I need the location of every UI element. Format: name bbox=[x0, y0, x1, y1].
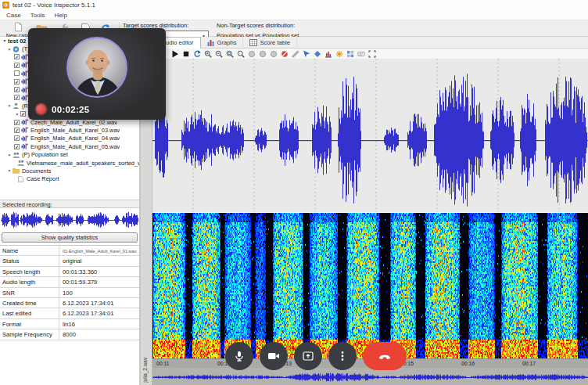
checkbox[interactable] bbox=[14, 70, 20, 76]
play-icon[interactable] bbox=[170, 49, 180, 58]
stats-label: Status bbox=[0, 256, 59, 265]
checkbox[interactable]: ✓ bbox=[14, 144, 20, 149]
tree-item-label: Case Report bbox=[27, 175, 59, 182]
spectrogram-display[interactable] bbox=[152, 213, 588, 358]
app-icon bbox=[2, 2, 9, 9]
stats-value: lin16 bbox=[59, 319, 139, 329]
menu-help[interactable]: Help bbox=[49, 12, 71, 19]
expander-icon[interactable]: ▾ bbox=[2, 38, 8, 44]
stats-label: Audio length bbox=[0, 277, 59, 286]
wav-icon bbox=[21, 119, 29, 125]
stats-row: Audio length00:01:59.379 bbox=[0, 277, 139, 287]
recording-status: 00:02:25 bbox=[36, 104, 89, 114]
checkbox[interactable]: ✓ bbox=[14, 135, 20, 141]
stop-icon[interactable] bbox=[181, 49, 191, 58]
stats-row: SNR100 bbox=[0, 288, 139, 298]
checkbox[interactable]: ✓ bbox=[14, 54, 20, 59]
overview-strip[interactable] bbox=[152, 368, 588, 385]
table-icon bbox=[249, 39, 257, 46]
expander-icon[interactable]: ▾ bbox=[6, 167, 13, 174]
checkbox[interactable]: ✓ bbox=[14, 120, 20, 125]
share-screen-icon bbox=[302, 350, 314, 362]
diamond-icon[interactable] bbox=[313, 49, 322, 58]
editor-tab-bar: Audio editorGraphsScore table bbox=[141, 37, 588, 49]
recording-stats-table: Name01-English_Male_Adult_Karel_01.wavSt… bbox=[0, 245, 139, 340]
zoom-in-icon[interactable] bbox=[203, 49, 213, 58]
avatar bbox=[66, 37, 127, 98]
checkbox[interactable]: ✓ bbox=[14, 128, 20, 133]
tab-graphs[interactable]: Graphs bbox=[201, 37, 244, 48]
pencil-icon[interactable] bbox=[291, 49, 300, 58]
marker-gray-3-icon[interactable] bbox=[269, 49, 278, 58]
tree-item-vietnamese-male-adult-speakers-sorted-wav[interactable]: Vietnamese_male_adult_speakers_sorted_wa… bbox=[0, 159, 139, 167]
stats-value: 8000 bbox=[59, 329, 139, 339]
selected-recording-waveform[interactable] bbox=[1, 209, 138, 231]
stats-value: 6.12.2023 17:34:01 bbox=[59, 308, 139, 318]
expander-icon[interactable]: ▾ bbox=[14, 111, 20, 117]
stats-row: Name01-English_Male_Adult_Karel_01.wav bbox=[0, 246, 139, 256]
tree-item-label: Vietnamese_male_adult_speakers_sorted_wa… bbox=[27, 160, 139, 167]
checkbox[interactable]: ✓ bbox=[14, 79, 20, 85]
record-indicator-icon bbox=[36, 104, 46, 114]
zoom-all-icon[interactable] bbox=[236, 49, 246, 58]
fit-view-icon[interactable] bbox=[368, 49, 377, 58]
checkbox[interactable]: ✓ bbox=[14, 95, 20, 100]
window-title: test 02 - Voice Inspector 5.1.1 bbox=[13, 2, 95, 9]
end-call-icon bbox=[378, 350, 392, 362]
tree-item-english-male-adult-karel-04-wav[interactable]: ✓English_Male_Adult_Karel_04.wav bbox=[0, 135, 139, 142]
tree-item-case-report[interactable]: Case Report bbox=[0, 175, 139, 183]
checkbox[interactable]: ✓ bbox=[20, 111, 26, 117]
end-call-button[interactable] bbox=[363, 342, 407, 370]
wav-icon bbox=[21, 127, 29, 133]
zoom-out-icon[interactable] bbox=[214, 49, 224, 58]
expander-icon[interactable]: ▾ bbox=[6, 103, 13, 109]
stats-value: 00:01:33.360 bbox=[59, 267, 139, 276]
menu-tools[interactable]: Tools bbox=[26, 12, 50, 19]
stats-label: Format bbox=[0, 319, 59, 329]
share-screen-button[interactable] bbox=[294, 342, 322, 370]
tree-item-p-population-set[interactable]: ▾(P) Population set bbox=[0, 150, 139, 158]
audio-editor-panel: Audio editorGraphsScore table julia_2.wa… bbox=[141, 37, 588, 385]
more-options-button[interactable] bbox=[328, 342, 357, 370]
menu-case[interactable]: Case bbox=[2, 12, 26, 19]
zoom-selection-icon[interactable] bbox=[225, 49, 235, 58]
stats-label: SNR bbox=[0, 288, 59, 297]
tree-item-english-male-adult-karel-03-wav[interactable]: ✓English_Male_Adult_Karel_03.wav bbox=[0, 126, 139, 134]
stats-label: Speech length bbox=[0, 267, 59, 276]
histogram-icon[interactable] bbox=[324, 49, 333, 58]
tab-label: Graphs bbox=[217, 39, 237, 46]
tab-label: Audio editor bbox=[162, 39, 194, 46]
non-target-scores-label: Non-Target scores distribution: bbox=[217, 22, 299, 29]
stats-row: Last edited6.12.2023 17:34:01 bbox=[0, 308, 139, 318]
waveform-display[interactable] bbox=[152, 59, 588, 212]
tree-item-english-male-adult-karel-05-wav[interactable]: ✓English_Male_Adult_Karel_05.wav bbox=[0, 142, 139, 150]
labels-icon[interactable] bbox=[357, 49, 366, 58]
camera-icon bbox=[267, 350, 280, 362]
checkbox[interactable]: ✓ bbox=[14, 87, 20, 92]
checkbox[interactable]: ✓ bbox=[14, 63, 20, 68]
tab-score-table[interactable]: Score table bbox=[243, 37, 296, 48]
tree-item-label: English_Male_Adult_Karel_03.wav bbox=[30, 127, 120, 134]
wav-icon bbox=[21, 143, 29, 149]
tree-item-documents[interactable]: ▾Documents bbox=[0, 167, 139, 175]
camera-button[interactable] bbox=[260, 342, 288, 370]
loop-icon[interactable] bbox=[192, 49, 202, 58]
record-disabled-icon[interactable] bbox=[280, 49, 289, 58]
timeline-label: 00:11 bbox=[156, 361, 170, 366]
expander-icon[interactable]: ▾ bbox=[6, 152, 13, 158]
expander-icon[interactable]: ▾ bbox=[6, 46, 13, 52]
new-case-icon bbox=[13, 22, 23, 32]
grid-icon[interactable] bbox=[346, 49, 355, 58]
show-quality-statistics-button[interactable]: Show quality statistics bbox=[2, 232, 138, 243]
stats-label: Sample Frequency bbox=[0, 329, 59, 339]
microphone-button[interactable] bbox=[225, 342, 253, 370]
settings-icon[interactable] bbox=[335, 49, 344, 58]
marker-gray-2-icon[interactable] bbox=[258, 49, 267, 58]
cursor-icon[interactable] bbox=[302, 49, 311, 58]
stats-label: Created time bbox=[0, 298, 59, 308]
marker-gray-1-icon[interactable] bbox=[247, 49, 256, 58]
webcam-overlay[interactable]: 00:02:25 bbox=[28, 28, 166, 120]
stats-value: 01-English_Male_Adult_Karel_01.wav bbox=[59, 246, 139, 255]
overview-waveform[interactable] bbox=[152, 369, 588, 385]
timeline-label: 00:16 bbox=[461, 361, 475, 366]
